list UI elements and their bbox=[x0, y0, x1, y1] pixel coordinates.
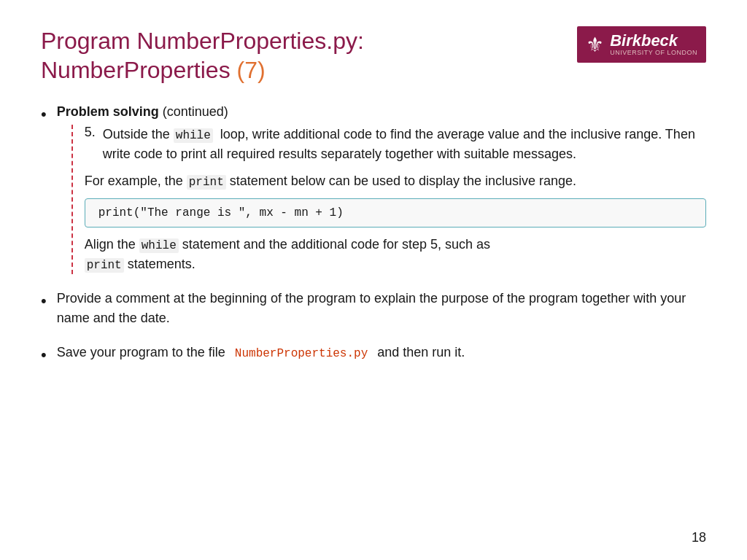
header: Program NumberProperties.py: NumberPrope… bbox=[41, 26, 706, 85]
while-code-2: while bbox=[139, 238, 179, 253]
code-block: print("The range is ", mx - mn + 1) bbox=[85, 198, 706, 228]
bullet-dot-3: • bbox=[41, 344, 47, 367]
step-content: Outside the while loop, write additional… bbox=[103, 125, 706, 164]
shield-icon: ⚜ bbox=[586, 33, 604, 57]
bullet-content-2: Provide a comment at the beginning of th… bbox=[57, 289, 706, 328]
step-number: 5. bbox=[85, 125, 96, 164]
indented-section: 5. Outside the while loop, write additio… bbox=[71, 125, 706, 274]
code-block-text: print("The range is ", mx - mn + 1) bbox=[98, 206, 344, 219]
while-code-1: while bbox=[174, 128, 213, 143]
page-number: 18 bbox=[692, 530, 706, 545]
align-note: Align the while statement and the additi… bbox=[85, 235, 706, 274]
bullet-item-2: • Provide a comment at the beginning of … bbox=[41, 289, 706, 328]
step-5: 5. Outside the while loop, write additio… bbox=[85, 125, 706, 164]
bullet-item-3: • Save your program to the file NumberPr… bbox=[41, 343, 706, 367]
for-example-paragraph: For example, the print statement below c… bbox=[85, 171, 706, 191]
bullet-text-3: Save your program to the file NumberProp… bbox=[57, 345, 465, 359]
birkbeck-logo: ⚜ Birkbeck UNIVERSITY OF LONDON bbox=[577, 26, 706, 63]
title-main: Program NumberProperties.py: bbox=[41, 28, 364, 54]
print-code-2: print bbox=[85, 258, 124, 273]
bullet-dot-1: • bbox=[41, 104, 47, 126]
bullet-text-1: Problem solving (continued) bbox=[57, 104, 228, 119]
bullet-text-2: Provide a comment at the beginning of th… bbox=[57, 291, 686, 325]
bold-text: Problem solving bbox=[57, 104, 159, 119]
title-number: (7) bbox=[237, 57, 266, 83]
bullet-content-1: Problem solving (continued) 5. Outside t… bbox=[57, 102, 706, 274]
title-sub: NumberProperties bbox=[41, 57, 231, 83]
slide-content: • Problem solving (continued) 5. Outside… bbox=[41, 102, 706, 538]
print-code-inline: print bbox=[187, 175, 226, 190]
slide: Program NumberProperties.py: NumberPrope… bbox=[0, 0, 747, 560]
bullet-dot-2: • bbox=[41, 290, 47, 313]
filename-code: NumberProperties.py bbox=[233, 346, 370, 361]
logo-name: Birkbeck bbox=[610, 32, 697, 50]
bullet-item-1: • Problem solving (continued) 5. Outside… bbox=[41, 102, 706, 274]
normal-text: (continued) bbox=[159, 104, 228, 119]
slide-title: Program NumberProperties.py: NumberPrope… bbox=[41, 26, 364, 85]
logo-text: Birkbeck UNIVERSITY OF LONDON bbox=[610, 32, 697, 57]
logo-subtitle: UNIVERSITY OF LONDON bbox=[610, 50, 697, 57]
bullet-content-3: Save your program to the file NumberProp… bbox=[57, 343, 706, 362]
